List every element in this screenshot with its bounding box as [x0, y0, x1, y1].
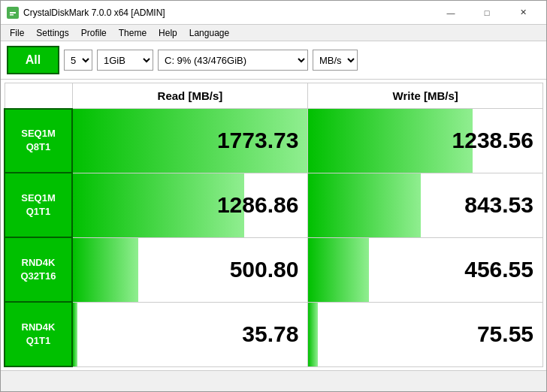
benchmark-table: Read [MB/s] Write [MB/s] SEQ1MQ8T1 1773.… — [4, 83, 543, 367]
write-value-0: 1238.56 — [452, 128, 533, 153]
main-window: CrystalDiskMark 7.0.0 x64 [ADMIN] — □ ✕ … — [0, 0, 547, 392]
read-cell-3: 35.78 — [72, 302, 308, 366]
svg-rect-1 — [10, 12, 16, 14]
read-value-1: 1286.86 — [217, 192, 298, 218]
table-row: SEQ1MQ8T1 1773.73 1238.56 — [5, 109, 543, 173]
write-cell-2: 456.55 — [308, 237, 543, 302]
write-value-1: 843.53 — [464, 192, 533, 218]
menu-bar: File Settings Profile Theme Help Languag… — [1, 25, 546, 41]
app-icon — [7, 7, 19, 19]
all-button[interactable]: All — [7, 46, 59, 74]
svg-rect-2 — [10, 14, 14, 16]
table-row: SEQ1MQ1T1 1286.86 843.53 — [5, 173, 543, 237]
size-select[interactable]: 1GiB 512MiB 2GiB — [97, 50, 153, 71]
read-cell-2: 500.80 — [72, 237, 308, 302]
drive-select[interactable]: C: 9% (43/476GiB) — [158, 50, 308, 71]
toolbar: All 5 1 3 1GiB 512MiB 2GiB C: 9% (43/476… — [1, 41, 546, 80]
read-header: Read [MB/s] — [72, 83, 308, 109]
unit-select[interactable]: MB/s GB/s — [313, 50, 358, 71]
menu-theme[interactable]: Theme — [113, 26, 153, 40]
title-bar: CrystalDiskMark 7.0.0 x64 [ADMIN] — □ ✕ — [1, 1, 546, 25]
read-cell-1: 1286.86 — [72, 173, 308, 237]
menu-file[interactable]: File — [4, 26, 30, 40]
write-cell-1: 843.53 — [308, 173, 543, 237]
window-controls: — □ ✕ — [434, 2, 540, 23]
write-cell-0: 1238.56 — [308, 109, 543, 173]
write-value-3: 75.55 — [477, 321, 533, 347]
row-label-2: RND4KQ32T16 — [5, 237, 72, 302]
table-row: RND4KQ32T16 500.80 456.55 — [5, 237, 543, 302]
read-value-2: 500.80 — [230, 257, 299, 282]
close-button[interactable]: ✕ — [506, 2, 540, 23]
read-value-0: 1773.73 — [217, 128, 298, 153]
write-value-2: 456.55 — [464, 257, 533, 282]
table-row: RND4KQ1T1 35.78 75.55 — [5, 302, 543, 366]
row-label-3: RND4KQ1T1 — [5, 302, 72, 366]
row-label-0: SEQ1MQ8T1 — [5, 109, 72, 173]
read-value-3: 35.78 — [242, 321, 298, 347]
menu-settings[interactable]: Settings — [30, 26, 74, 40]
main-content: Read [MB/s] Write [MB/s] SEQ1MQ8T1 1773.… — [1, 80, 546, 370]
row-label-1: SEQ1MQ1T1 — [5, 173, 72, 237]
minimize-button[interactable]: — — [434, 2, 468, 23]
loops-select[interactable]: 5 1 3 — [64, 50, 92, 71]
read-cell-0: 1773.73 — [72, 109, 308, 173]
write-header: Write [MB/s] — [308, 83, 543, 109]
menu-help[interactable]: Help — [153, 26, 183, 40]
menu-profile[interactable]: Profile — [75, 26, 113, 40]
menu-language[interactable]: Language — [183, 26, 235, 40]
footer — [1, 370, 546, 391]
title-bar-left: CrystalDiskMark 7.0.0 x64 [ADMIN] — [7, 7, 165, 19]
window-title: CrystalDiskMark 7.0.0 x64 [ADMIN] — [23, 8, 165, 18]
write-cell-3: 75.55 — [308, 302, 543, 366]
maximize-button[interactable]: □ — [470, 2, 504, 23]
